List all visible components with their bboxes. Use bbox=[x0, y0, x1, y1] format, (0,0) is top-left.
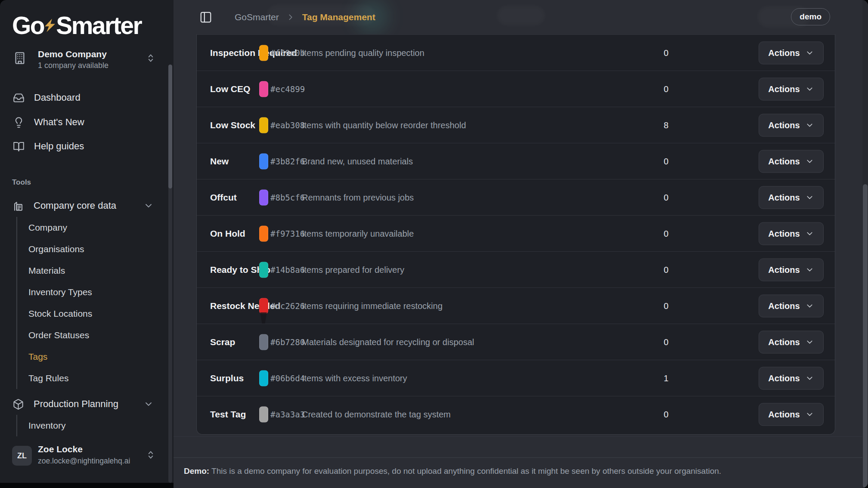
actions-button-label: Actions bbox=[768, 84, 800, 94]
sidebar-subitem-inventory-types[interactable]: Inventory Types bbox=[17, 281, 159, 303]
page-scrollbar-thumb[interactable] bbox=[863, 184, 868, 488]
breadcrumb-current: Tag Management bbox=[302, 12, 375, 22]
actions-button[interactable]: Actions bbox=[759, 330, 824, 353]
sidebar-subitem-materials[interactable]: Materials bbox=[17, 260, 159, 281]
sidebar-subitem-tags[interactable]: Tags bbox=[17, 346, 159, 368]
tag-color-hex: #dc2626 bbox=[270, 301, 305, 311]
book-open-icon bbox=[13, 141, 25, 152]
chevrons-up-down-icon bbox=[145, 449, 156, 460]
tag-description: - bbox=[302, 84, 305, 94]
tag-count: 0 bbox=[652, 156, 680, 166]
tag-name: New bbox=[210, 156, 229, 167]
content-divider bbox=[174, 436, 868, 437]
chevron-down-icon bbox=[143, 399, 154, 409]
tag-color-swatch bbox=[259, 370, 268, 386]
tag-color-swatch bbox=[259, 189, 268, 205]
company-selector[interactable]: Demo Company 1 company available bbox=[0, 45, 174, 72]
user-menu[interactable]: ZL Zoe Locke zoe.locke@nightingalehq.ai bbox=[0, 443, 174, 473]
tag-count: 0 bbox=[652, 409, 680, 419]
actions-button-label: Actions bbox=[768, 120, 800, 130]
tag-color-swatch bbox=[259, 406, 268, 422]
table-row: On Hold #f97316 Items temporarily unavai… bbox=[197, 216, 835, 252]
actions-button-label: Actions bbox=[768, 48, 800, 58]
footer-divider bbox=[174, 457, 868, 458]
user-name: Zoe Locke bbox=[38, 444, 83, 454]
actions-button[interactable]: Actions bbox=[759, 403, 824, 426]
tag-color-hex: #f97316 bbox=[270, 229, 305, 238]
chevron-down-icon bbox=[143, 201, 154, 211]
sidebar-subitem-organisations[interactable]: Organisations bbox=[17, 238, 159, 260]
tag-name: On Hold bbox=[210, 229, 245, 239]
tag-count: 0 bbox=[652, 48, 680, 58]
sidebar-subitem-order-statuses[interactable]: Order Statuses bbox=[17, 324, 159, 346]
sidebar-group-production-planning[interactable]: Production Planning bbox=[0, 393, 174, 415]
actions-button[interactable]: Actions bbox=[759, 150, 824, 173]
tag-color-hex: #14b8a6 bbox=[270, 265, 305, 275]
actions-button[interactable]: Actions bbox=[759, 186, 824, 209]
company-subtitle: 1 company available bbox=[38, 61, 108, 70]
tag-description: Items with excess inventory bbox=[302, 373, 407, 383]
tag-name: Test Tag bbox=[210, 409, 246, 420]
package-icon bbox=[12, 398, 24, 410]
actions-button[interactable]: Actions bbox=[759, 367, 824, 389]
actions-button-label: Actions bbox=[768, 301, 800, 311]
tag-color-swatch bbox=[259, 153, 268, 169]
tag-count: 1 bbox=[652, 373, 680, 383]
sidebar-subitem-inventory[interactable]: Inventory bbox=[17, 415, 159, 436]
chevron-down-icon bbox=[805, 229, 814, 238]
actions-button[interactable]: Actions bbox=[759, 114, 824, 136]
actions-button[interactable]: Actions bbox=[759, 222, 824, 245]
sidebar-item-whats-new[interactable]: What's New bbox=[0, 111, 174, 133]
building-icon bbox=[13, 50, 27, 66]
tag-description: Items temporarily unavailable bbox=[302, 229, 414, 238]
sidebar-group-label: Company core data bbox=[34, 200, 143, 211]
sidebar-subitem-stock-locations[interactable]: Stock Locations bbox=[17, 303, 159, 324]
tooltip-notch-artifact bbox=[257, 312, 270, 324]
table-row: Inspection Required #f59e0b Items pendin… bbox=[197, 34, 835, 71]
table-row: Surplus #06b6d4 Items with excess invent… bbox=[197, 360, 835, 396]
sidebar-item-dashboard[interactable]: Dashboard bbox=[0, 87, 174, 108]
tag-description: Items pending quality inspection bbox=[302, 48, 425, 58]
sidebar-item-help-guides[interactable]: Help guides bbox=[0, 136, 174, 157]
sidebar-subitem-tag-rules[interactable]: Tag Rules bbox=[17, 368, 159, 389]
tag-color-hex: #ec4899 bbox=[270, 84, 305, 94]
tag-name: Surplus bbox=[210, 373, 244, 383]
actions-button[interactable]: Actions bbox=[759, 77, 824, 100]
tag-count: 0 bbox=[652, 192, 680, 202]
logo-text-smarter: Smarter bbox=[56, 11, 141, 40]
chevron-down-icon bbox=[805, 301, 814, 310]
actions-button-label: Actions bbox=[768, 373, 800, 383]
tag-description: Remnants from previous jobs bbox=[302, 192, 414, 202]
actions-button-label: Actions bbox=[768, 265, 800, 275]
tag-color-hex: #eab308 bbox=[270, 120, 305, 130]
tag-description: Materials designated for recycling or di… bbox=[302, 337, 474, 347]
main-area: GoSmarter Tag Management demo Inspection… bbox=[174, 0, 868, 488]
chevron-down-icon bbox=[805, 120, 814, 130]
actions-button[interactable]: Actions bbox=[759, 258, 824, 281]
table-row: Test Tag #a3a3a3 Created to demonstrate … bbox=[197, 396, 835, 432]
chevron-down-icon bbox=[805, 374, 814, 383]
actions-button-label: Actions bbox=[768, 156, 800, 166]
sidebar-group-label: Production Planning bbox=[34, 398, 143, 410]
sidebar-toggle-icon[interactable] bbox=[199, 11, 212, 24]
actions-button[interactable]: Actions bbox=[759, 294, 824, 317]
blurred-ghost-element bbox=[497, 6, 545, 25]
table-row: Low CEQ #ec4899 - 0 Actions bbox=[197, 71, 835, 107]
sidebar-group-company-core-data[interactable]: Company core data bbox=[0, 195, 174, 216]
tag-description: Items requiring immediate restocking bbox=[302, 301, 443, 311]
tag-name: Offcut bbox=[210, 192, 237, 203]
chevron-right-icon bbox=[286, 12, 295, 22]
header: GoSmarter Tag Management demo bbox=[174, 0, 868, 34]
tag-color-hex: #f59e0b bbox=[270, 48, 305, 58]
tag-name: Low Stock bbox=[210, 120, 255, 130]
sidebar-subitem-company[interactable]: Company bbox=[17, 217, 159, 238]
tag-table-card: Inspection Required #f59e0b Items pendin… bbox=[196, 34, 835, 435]
sidebar-scrollbar-thumb[interactable] bbox=[168, 65, 172, 188]
tag-color-hex: #6b7280 bbox=[270, 337, 305, 347]
sidebar-sublist-production-planning: Inventory bbox=[16, 415, 159, 436]
tag-name: Scrap bbox=[210, 337, 235, 347]
table-row: Scrap #6b7280 Materials designated for r… bbox=[197, 324, 835, 360]
actions-button[interactable]: Actions bbox=[759, 41, 824, 64]
actions-button-label: Actions bbox=[768, 409, 800, 419]
breadcrumb-root[interactable]: GoSmarter bbox=[235, 12, 279, 22]
